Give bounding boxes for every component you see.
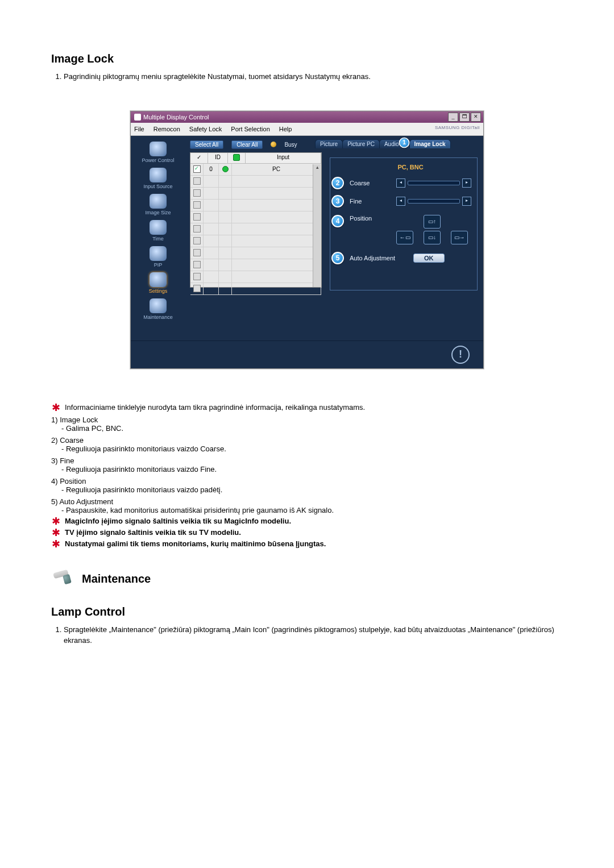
section1-steps: Pagrindinių piktogramų meniu spragtelėki… bbox=[51, 71, 563, 82]
table-row[interactable] bbox=[190, 211, 321, 223]
tab-picture-pc[interactable]: Picture PC bbox=[342, 139, 380, 148]
maintenance-brush-icon bbox=[51, 569, 75, 589]
fine-label: Fine bbox=[350, 198, 389, 205]
input-source-icon bbox=[150, 168, 167, 182]
position-label: Position bbox=[350, 215, 389, 222]
menu-safety-lock[interactable]: Safety Lock bbox=[189, 126, 222, 132]
row-checkbox[interactable]: ✓ bbox=[193, 165, 201, 173]
item-5: 5) Auto Adjustment - Paspauskite, kad mo… bbox=[51, 497, 563, 514]
section-image-lock-title: Image Lock bbox=[51, 52, 563, 65]
col-status[interactable] bbox=[228, 153, 246, 163]
row-input: PC bbox=[232, 164, 321, 175]
sidebar-item-maintenance[interactable]: Maintenance bbox=[143, 298, 173, 320]
table-row[interactable] bbox=[190, 223, 321, 235]
display-list: ✓ ID Input ✓ 0 PC bbox=[190, 152, 322, 288]
app-icon bbox=[134, 114, 141, 121]
table-row[interactable]: ✓ 0 PC bbox=[190, 164, 321, 176]
position-up-button[interactable]: ▭↑ bbox=[424, 215, 441, 229]
sidebar-item-image-size[interactable]: Image Size bbox=[145, 194, 171, 215]
position-left-button[interactable]: ←▭ bbox=[396, 231, 413, 244]
settings-icon bbox=[150, 272, 167, 287]
section-lamp-control-title: Lamp Control bbox=[51, 605, 563, 618]
info-note: ✱ Informaciniame tinklelyje nurodyta tam… bbox=[51, 403, 563, 412]
star-icon: ✱ bbox=[51, 403, 60, 412]
sidebar-item-settings[interactable]: Settings bbox=[149, 272, 168, 294]
menu-port-selection[interactable]: Port Selection bbox=[231, 126, 269, 132]
row-checkbox[interactable] bbox=[193, 177, 201, 185]
badge-5: 5 bbox=[331, 252, 344, 264]
row-checkbox[interactable] bbox=[193, 261, 201, 268]
tab-image-lock[interactable]: Image Lock bbox=[409, 139, 451, 148]
titlebar: Multiple Display Control _ 🗖 ✕ bbox=[131, 111, 483, 123]
image-size-icon bbox=[150, 194, 167, 209]
row-checkbox[interactable] bbox=[193, 201, 201, 209]
table-row[interactable] bbox=[190, 283, 321, 295]
table-row[interactable] bbox=[190, 271, 321, 283]
badge-2: 2 bbox=[331, 177, 344, 189]
menu-remocon[interactable]: Remocon bbox=[154, 126, 180, 132]
select-all-button[interactable]: Select All bbox=[190, 140, 223, 149]
col-input[interactable]: Input bbox=[246, 153, 321, 163]
maintenance-icon bbox=[150, 298, 167, 313]
menu-help[interactable]: Help bbox=[279, 126, 292, 132]
menu-file[interactable]: File bbox=[134, 126, 144, 132]
section2-step-1: Spragtelėkite „Maintenance" (priežiūra) … bbox=[64, 624, 563, 646]
row-checkbox[interactable] bbox=[193, 225, 201, 232]
table-row[interactable] bbox=[190, 259, 321, 271]
coarse-slider[interactable]: ◂ ▸ bbox=[396, 178, 471, 188]
time-icon bbox=[150, 220, 167, 235]
slider-track[interactable] bbox=[408, 181, 460, 185]
col-check[interactable]: ✓ bbox=[190, 153, 208, 163]
sidebar-item-input-source[interactable]: Input Source bbox=[143, 168, 172, 189]
bold-note-3: ✱ Nustatymai galimi tik tiems monitoriam… bbox=[51, 539, 563, 549]
slider-left-icon[interactable]: ◂ bbox=[396, 178, 405, 188]
auto-adjustment-label: Auto Adjustment bbox=[350, 255, 406, 261]
sidebar-item-time[interactable]: Time bbox=[150, 220, 167, 242]
settings-panel: PC, BNC 2 Coarse ◂ ▸ 3 Fine bbox=[330, 157, 478, 290]
table-row[interactable] bbox=[190, 176, 321, 188]
row-checkbox[interactable] bbox=[193, 285, 201, 292]
close-button[interactable]: ✕ bbox=[471, 113, 481, 122]
row-checkbox[interactable] bbox=[193, 237, 201, 244]
maximize-button[interactable]: 🗖 bbox=[459, 113, 470, 122]
sidebar-item-power-control[interactable]: Power Control bbox=[142, 142, 174, 163]
table-row[interactable] bbox=[190, 235, 321, 247]
tab-audio[interactable]: Audio1 bbox=[379, 139, 410, 148]
ok-button[interactable]: OK bbox=[413, 254, 445, 263]
slider-right-icon[interactable]: ▸ bbox=[462, 197, 471, 206]
maintenance-title: Maintenance bbox=[82, 572, 151, 585]
row-checkbox[interactable] bbox=[193, 273, 201, 280]
badge-1: 1 bbox=[399, 137, 409, 148]
busy-indicator-icon bbox=[271, 142, 276, 147]
row-checkbox[interactable] bbox=[193, 189, 201, 197]
power-icon bbox=[150, 142, 167, 156]
slider-track[interactable] bbox=[408, 199, 460, 203]
table-row[interactable] bbox=[190, 188, 321, 200]
section2-steps: Spragtelėkite „Maintenance" (priežiūra) … bbox=[51, 624, 563, 646]
sidebar: Power Control Input Source Image Size Ti… bbox=[131, 136, 185, 340]
minimize-button[interactable]: _ bbox=[448, 113, 458, 122]
scrollbar[interactable] bbox=[313, 164, 321, 287]
position-right-button[interactable]: ▭→ bbox=[451, 231, 468, 244]
sidebar-item-pip[interactable]: PIP bbox=[150, 246, 167, 268]
tab-picture[interactable]: Picture bbox=[315, 139, 343, 148]
fine-slider[interactable]: ◂ ▸ bbox=[396, 197, 471, 206]
table-row[interactable] bbox=[190, 247, 321, 259]
col-id[interactable]: ID bbox=[208, 153, 228, 163]
busy-label: Busy bbox=[284, 142, 297, 148]
slider-left-icon[interactable]: ◂ bbox=[396, 197, 405, 206]
row-checkbox[interactable] bbox=[193, 249, 201, 256]
status-dot-icon bbox=[222, 166, 229, 172]
section1-step-1: Pagrindinių piktogramų meniu spragtelėki… bbox=[64, 71, 563, 82]
item-1: 1) Image Lock - Galima PC, BNC. bbox=[51, 416, 563, 433]
position-down-button[interactable]: ▭↓ bbox=[424, 231, 441, 244]
info-icon[interactable]: ! bbox=[451, 346, 470, 364]
brand-label: SAMSUNG DIGITall bbox=[435, 125, 480, 130]
item-4: 4) Position - Reguliuoja pasirinkto moni… bbox=[51, 477, 563, 494]
slider-right-icon[interactable]: ▸ bbox=[462, 178, 471, 188]
row-checkbox[interactable] bbox=[193, 213, 201, 221]
star-icon: ✱ bbox=[51, 528, 60, 537]
clear-all-button[interactable]: Clear All bbox=[231, 140, 263, 149]
item-2: 2) Coarse - Reguliuoja pasirinkto monito… bbox=[51, 436, 563, 453]
table-row[interactable] bbox=[190, 200, 321, 211]
